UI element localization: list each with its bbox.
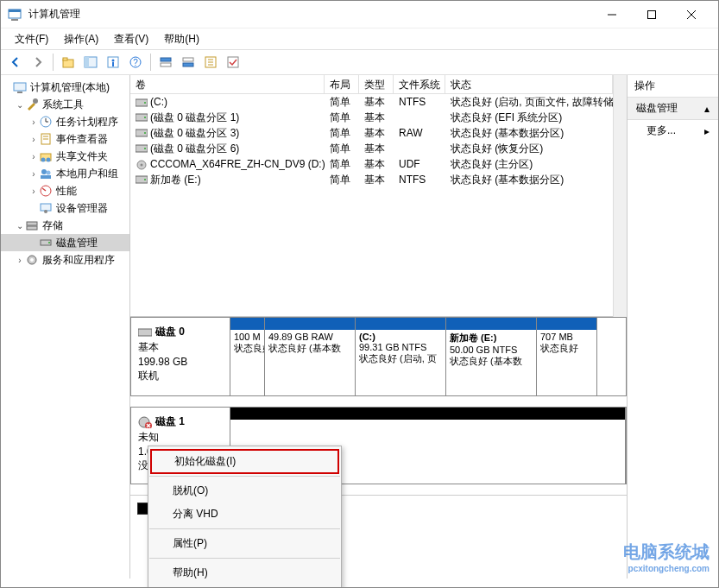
col-type[interactable]: 类型 <box>359 75 394 93</box>
svg-rect-13 <box>112 62 114 66</box>
device-icon <box>39 201 53 215</box>
back-button[interactable] <box>6 53 25 72</box>
scrollbar[interactable] <box>613 75 627 317</box>
tree-diskmgmt[interactable]: 磁盘管理 <box>1 234 129 251</box>
svg-rect-17 <box>161 63 171 66</box>
tree-svcapps[interactable]: ›服务和应用程序 <box>1 251 129 269</box>
svg-text:?: ? <box>133 58 138 67</box>
svg-point-36 <box>47 158 51 162</box>
svg-point-59 <box>141 163 143 166</box>
check-button[interactable] <box>224 53 243 72</box>
navigation-tree[interactable]: 计算机管理(本地) ⌄系统工具 ›任务计划程序 ›事件查看器 ›共享文件夹 ›本… <box>1 75 130 579</box>
view-bottom-button[interactable] <box>179 53 198 72</box>
svg-rect-24 <box>228 57 238 67</box>
clock-icon <box>39 115 53 129</box>
tree-perf[interactable]: ›性能 <box>1 182 129 199</box>
ctx-detach-vhd[interactable]: 分离 VHD <box>148 503 341 526</box>
actions-diskmgmt[interactable]: 磁盘管理▴ <box>628 98 718 120</box>
maximize-button[interactable] <box>632 2 672 28</box>
menu-action[interactable]: 操作(A) <box>57 30 105 48</box>
col-volume[interactable]: 卷 <box>130 75 325 93</box>
partition[interactable]: 新加卷 (E:)50.00 GB NTFS状态良好 (基本数 <box>446 318 537 395</box>
tree-task[interactable]: ›任务计划程序 <box>1 113 129 130</box>
ctx-help[interactable]: 帮助(H) <box>148 561 341 585</box>
tree-perf-label: 性能 <box>56 184 77 199</box>
tree-root[interactable]: 计算机管理(本地) <box>1 79 129 96</box>
disk-icon <box>39 236 53 250</box>
tree-systools-label: 系统工具 <box>42 98 84 112</box>
computer-icon <box>13 80 27 94</box>
col-layout[interactable]: 布局 <box>325 75 359 93</box>
col-status[interactable]: 状态 <box>445 75 613 93</box>
svg-rect-10 <box>85 57 89 67</box>
tree-devmgr-label: 设备管理器 <box>56 201 108 216</box>
perf-icon <box>39 184 53 198</box>
partition[interactable]: 100 M状态良好 <box>230 318 265 395</box>
menu-view[interactable]: 查看(V) <box>107 30 155 48</box>
disk1-title: 磁盘 1 <box>155 414 185 429</box>
up-button[interactable] <box>59 53 78 72</box>
titlebar: 计算机管理 <box>1 1 718 28</box>
tree-storage-label: 存储 <box>42 218 63 233</box>
event-icon <box>39 132 53 146</box>
svg-point-49 <box>30 258 34 262</box>
volume-list[interactable]: 卷 布局 类型 文件系统 状态 (C:)简单基本NTFS状态良好 (启动, 页面… <box>130 75 613 317</box>
tree-users[interactable]: ›本地用户和组 <box>1 165 129 182</box>
minimize-button[interactable] <box>592 2 632 28</box>
volume-row[interactable]: 新加卷 (E:)简单基本NTFS状态良好 (基本数据分区) <box>130 172 613 187</box>
partition[interactable]: 49.89 GB RAW状态良好 (基本数 <box>265 318 356 395</box>
tree-eventvwr[interactable]: ›事件查看器 <box>1 130 129 148</box>
volume-row[interactable]: (磁盘 0 磁盘分区 6)简单基本状态良好 (恢复分区) <box>130 141 613 156</box>
volume-row[interactable]: (C:)简单基本NTFS状态良好 (启动, 页面文件, 故障转储, 基本 <box>130 94 613 110</box>
svg-point-43 <box>44 210 47 213</box>
svg-rect-44 <box>27 222 37 225</box>
volume-icon <box>136 160 148 170</box>
svg-point-53 <box>144 117 146 118</box>
svg-rect-16 <box>161 58 171 61</box>
tree-devmgr[interactable]: 设备管理器 <box>1 199 129 217</box>
ctx-initialize-disk[interactable]: 初始化磁盘(I) <box>150 449 339 474</box>
svg-point-51 <box>144 102 146 104</box>
disk0-info: 磁盘 0 基本 199.98 GB 联机 <box>131 318 230 395</box>
collapse-icon: ▴ <box>704 103 710 115</box>
volume-icon <box>136 98 148 108</box>
disk-unknown-icon <box>138 416 152 428</box>
menu-file[interactable]: 文件(F) <box>8 30 55 48</box>
disk0-type: 基本 <box>138 340 223 355</box>
tree-storage[interactable]: ⌄存储 <box>1 217 129 234</box>
settings-button[interactable] <box>201 53 220 72</box>
svg-point-37 <box>41 169 47 174</box>
show-tree-button[interactable] <box>81 53 100 72</box>
svg-point-35 <box>41 158 46 162</box>
volume-row[interactable]: (磁盘 0 磁盘分区 1)简单基本状态良好 (EFI 系统分区) <box>130 110 613 125</box>
properties-button[interactable] <box>104 53 123 72</box>
help-toolbar-button[interactable]: ? <box>126 53 145 72</box>
volume-header: 卷 布局 类型 文件系统 状态 <box>130 75 613 94</box>
tree-users-label: 本地用户和组 <box>56 167 118 181</box>
actions-more[interactable]: 更多...▸ <box>628 120 718 142</box>
watermark: 电脑系统城 pcxitongcheng.com <box>623 541 710 573</box>
svg-rect-19 <box>183 63 193 66</box>
ctx-properties[interactable]: 属性(P) <box>148 532 341 555</box>
col-filesystem[interactable]: 文件系统 <box>394 75 445 93</box>
tree-systools[interactable]: ⌄系统工具 <box>1 96 129 113</box>
submenu-icon: ▸ <box>704 125 710 137</box>
close-button[interactable] <box>672 2 711 28</box>
tree-svcapps-label: 服务和应用程序 <box>42 253 115 268</box>
context-menu: 初始化磁盘(I) 脱机(O) 分离 VHD 属性(P) 帮助(H) <box>148 446 342 588</box>
disk0-row[interactable]: 磁盘 0 基本 199.98 GB 联机 100 M状态良好49.89 GB R… <box>130 317 627 396</box>
partition[interactable]: 707 MB状态良好 <box>537 318 597 395</box>
partition[interactable]: (C:)99.31 GB NTFS状态良好 (启动, 页 <box>356 318 446 395</box>
svg-point-12 <box>112 60 115 62</box>
volume-row[interactable]: (磁盘 0 磁盘分区 3)简单基本RAW状态良好 (基本数据分区) <box>130 125 613 141</box>
ctx-offline[interactable]: 脱机(O) <box>148 479 341 503</box>
tools-icon <box>25 98 39 111</box>
volume-row[interactable]: CCCOMA_X64FRE_ZH-CN_DV9 (D:)简单基本UDF状态良好 … <box>130 156 613 172</box>
forward-button[interactable] <box>28 53 47 72</box>
svg-point-38 <box>47 171 51 175</box>
menu-help[interactable]: 帮助(H) <box>157 30 206 48</box>
svg-point-61 <box>144 179 146 180</box>
svg-rect-8 <box>63 58 67 60</box>
view-top-button[interactable] <box>156 53 175 72</box>
tree-shared[interactable]: ›共享文件夹 <box>1 148 129 165</box>
